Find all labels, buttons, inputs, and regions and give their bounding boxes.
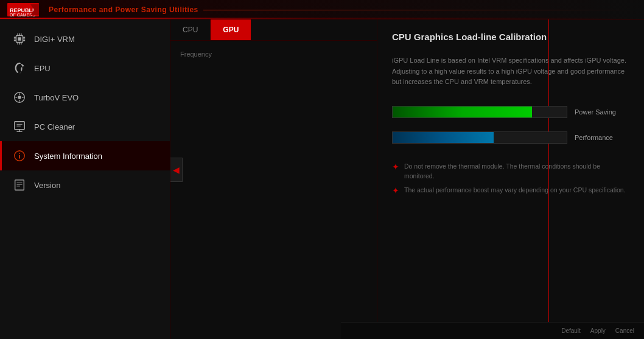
bar-fill-power-saving [393, 107, 532, 117]
sidebar-item-version[interactable]: Version [0, 170, 170, 200]
note-text-2: The actual performance boost may vary de… [404, 186, 626, 196]
red-divider [548, 19, 549, 339]
svg-rect-20 [15, 122, 25, 130]
tab-gpu[interactable]: GPU [211, 19, 251, 40]
cleaner-icon [12, 119, 27, 134]
apply-button[interactable]: Apply [590, 327, 606, 334]
note-item-2: ✦ The actual performance boost may vary … [392, 186, 629, 196]
note-item-1: ✦ Do not remove the thermal module. The … [392, 162, 629, 181]
note-bullet-1: ✦ [392, 162, 399, 181]
panel-title: CPU Graphics Load-line Calibration [392, 32, 629, 42]
sidebar-label-pc-cleaner: PC Cleaner [34, 122, 75, 131]
bar-label-performance: Performance [575, 134, 629, 141]
frequency-label: Frequency [180, 51, 367, 58]
chip-icon [12, 32, 27, 46]
sidebar-item-digi-vrm[interactable]: DIGI+ VRM [0, 24, 170, 54]
left-content: Frequency [170, 41, 377, 71]
version-icon [12, 178, 27, 192]
note-text-1: Do not remove the thermal module. The th… [404, 162, 629, 181]
collapse-sidebar-button[interactable]: ◀ [170, 158, 183, 182]
left-panel: CPU GPU Frequency [170, 19, 377, 339]
bar-row-performance: Performance [392, 131, 629, 144]
title-bar: REPUBLIC OF GAMERS Performance and Power… [0, 0, 644, 19]
collapse-icon: ◀ [173, 165, 180, 175]
svg-point-26 [19, 153, 20, 154]
content-area: CPU GPU Frequency CPU Graphics Load-line… [170, 19, 644, 339]
svg-point-19 [18, 96, 21, 99]
default-button[interactable]: Default [561, 327, 581, 334]
note-bullet-2: ✦ [392, 186, 399, 196]
rog-logo: REPUBLIC OF GAMERS [7, 3, 39, 16]
bar-track-performance [392, 131, 567, 144]
tab-bar: CPU GPU [170, 19, 377, 41]
sidebar-item-turbov-evo[interactable]: TurboV EVO [0, 83, 170, 112]
app-title: Performance and Power Saving Utilities [49, 5, 198, 14]
logo-area: REPUBLIC OF GAMERS [7, 3, 39, 16]
sidebar-item-system-info[interactable]: System Information [0, 141, 170, 170]
sidebar-label-epu: EPU [34, 64, 51, 73]
sidebar-label-system-info: System Information [34, 152, 102, 161]
leaf-icon [12, 61, 27, 75]
sidebar-label-version: Version [34, 181, 60, 190]
svg-rect-28 [15, 180, 24, 190]
bar-row-power-saving: Power Saving [392, 106, 629, 118]
tab-cpu[interactable]: CPU [170, 19, 211, 40]
main-layout: DIGI+ VRM EPU TurboV EVO [0, 19, 644, 339]
title-underline [203, 10, 637, 10]
bar-track-power-saving [392, 106, 567, 118]
notes-section: ✦ Do not remove the thermal module. The … [392, 162, 629, 201]
panel-description: iGPU Load Line is based on Intel VRM spe… [392, 55, 629, 88]
bar-label-power-saving: Power Saving [575, 108, 629, 116]
sidebar-label-turbov-evo: TurboV EVO [34, 93, 79, 102]
right-panel: CPU Graphics Load-line Calibration iGPU … [377, 19, 644, 339]
turbo-icon [12, 90, 27, 105]
svg-rect-5 [18, 37, 21, 41]
sidebar: DIGI+ VRM EPU TurboV EVO [0, 19, 170, 339]
sidebar-label-digi-vrm: DIGI+ VRM [34, 35, 75, 44]
bar-fill-performance [393, 132, 494, 143]
sidebar-item-epu[interactable]: EPU [0, 54, 170, 83]
cancel-button[interactable]: Cancel [615, 327, 634, 334]
sidebar-item-pc-cleaner[interactable]: PC Cleaner [0, 112, 170, 141]
info-icon [12, 149, 27, 163]
bottom-bar: Default Apply Cancel [341, 322, 644, 339]
